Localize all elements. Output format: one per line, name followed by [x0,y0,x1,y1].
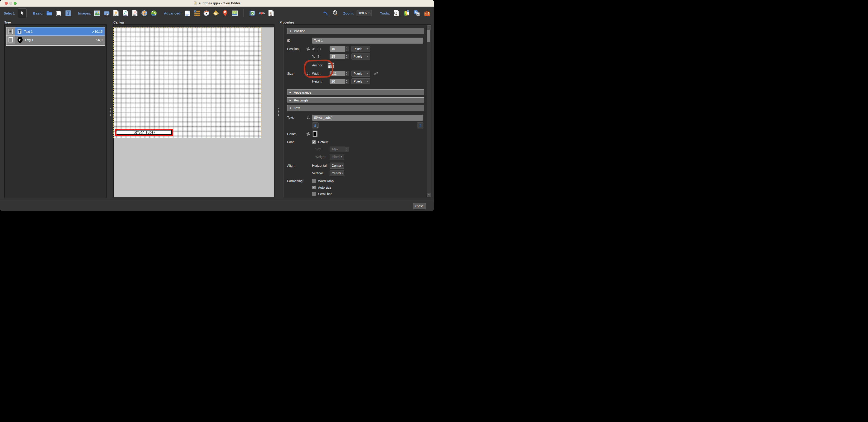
y-input[interactable] [330,54,345,59]
section-expanded-icon: ▼ [289,30,292,32]
js-file-icon: {;}JS [268,10,274,17]
insert-variable-button[interactable]: $ ▾ [312,122,318,128]
chain-link-icon [374,71,378,76]
document-icon [194,1,197,5]
section-header-appearance[interactable]: ▶ Appearance [287,89,424,95]
properties-scrollbar[interactable]: ▲ ▼ [426,25,431,198]
visibility-cell[interactable] [6,36,15,44]
container-tool-button[interactable] [46,10,52,17]
listview-tool-button[interactable] [184,10,191,17]
gauge-tool-button[interactable] [203,10,210,17]
map-tool-button[interactable] [231,10,238,17]
js-tool-button[interactable]: {;}JS [268,10,274,17]
tree-canvas-splitter[interactable] [110,109,111,116]
toolbox-tool-button[interactable] [424,10,430,17]
scrollbar-thumb[interactable] [427,30,430,42]
auto-size-checkbox[interactable]: ✓ [312,186,316,189]
tree-row-svg1[interactable]: ▶ Svg 1 ↖6,9 [6,35,105,44]
y-spinner[interactable]: ▲▼ [345,54,349,59]
swatches-tool-button[interactable] [403,10,409,17]
undo-caret[interactable]: ▾ [329,15,330,17]
section-label: Rectangle [294,98,308,102]
network-tool-button[interactable] [151,10,157,17]
map-pin-tool-button[interactable] [222,10,228,17]
height-unit-select[interactable]: Pixels▼ [351,79,370,84]
translate-caret[interactable]: ▾ [421,15,421,17]
list-view-icon [184,10,191,17]
scroll-up-button[interactable]: ▲ [427,25,431,30]
position-bind-button[interactable] [306,47,312,51]
target-tool-button[interactable] [213,10,219,17]
width-spinner[interactable]: ▲▼ [345,71,349,76]
zoom-tool-button[interactable] [332,10,339,17]
id-label: ID: [287,39,306,42]
grid-tool-button[interactable] [194,10,200,17]
pdf-tool-button[interactable]: PDF [132,10,138,17]
tree-row-text1[interactable]: T Text 1 ↗10,15 [6,27,105,35]
button-tool-button[interactable] [103,10,110,17]
vertical-align-select[interactable]: Center▼ [330,170,344,176]
height-input[interactable] [330,79,345,84]
y-unit-select[interactable]: Pixels▼ [351,54,370,60]
undo-button[interactable]: ▾ [322,10,328,17]
inspect-caret[interactable]: ▾ [400,15,401,17]
gauge-icon [203,10,210,17]
font-size-label: Size: [312,147,330,151]
selected-element-outline[interactable]: $(*var_subs) [115,129,173,136]
pdf-file-icon: PDF [132,10,137,17]
close-button[interactable]: Close [413,203,426,209]
font-default-checkbox[interactable]: ✓ [312,140,316,144]
svg-tool-button[interactable]: SVG [113,10,119,17]
slider-tool-button[interactable] [258,10,265,17]
slider-icon [258,10,265,17]
video-tool-button[interactable] [249,10,255,17]
x-unit-select[interactable]: Pixels▼ [351,46,370,52]
section-header-text[interactable]: ▼ Text [287,105,424,111]
select-tool-button[interactable] [18,8,27,18]
canvas-properties-splitter[interactable] [278,109,279,116]
visibility-checkbox-unchecked[interactable] [8,37,13,42]
visibility-checkbox-checked[interactable] [8,29,13,34]
height-spinner[interactable]: ▲▼ [345,79,349,84]
inspect-tool-button[interactable]: ▾ [393,10,399,17]
rectangle-tool-button[interactable] [56,10,62,17]
width-unit-select[interactable]: Pixels▼ [351,70,370,77]
scroll-down-button[interactable]: ▼ [427,193,431,197]
text-bind-button[interactable] [306,116,312,119]
size-bind-button[interactable] [306,72,312,76]
link-dimensions-button[interactable] [374,71,378,76]
font-default-label: Default [318,140,328,144]
svg-element-thumbnail: ▶ [18,37,23,43]
canvas-backdrop[interactable]: $(*var_subs) [114,27,274,198]
svg-text:A: A [415,10,417,13]
horizontal-align-select[interactable]: Center▼ [330,162,344,169]
undo-icon [322,10,328,16]
text-element[interactable]: $(*var_subs) [117,130,172,135]
font-size-input [330,146,345,152]
x-spinner[interactable]: ▲▼ [345,46,349,52]
word-wrap-checkbox[interactable] [312,179,316,183]
section-header-rectangle[interactable]: ▶ Rectangle [287,97,424,103]
image-tool-button[interactable] [94,10,100,17]
x-label: X: [312,47,330,51]
properties-panel-title: Properties [280,21,294,24]
lottie-tool-button[interactable]: Lottie [122,10,129,17]
translate-tool-button[interactable]: A ▾ [414,10,420,17]
text-value-input[interactable] [312,115,424,121]
text-color-swatch[interactable] [312,130,318,137]
visibility-cell[interactable] [6,27,15,35]
grid-icon [194,10,200,17]
width-input[interactable] [330,71,345,76]
anchor-grid-button[interactable] [327,62,335,69]
globe-tool-button[interactable] [141,10,148,17]
expand-text-editor-button[interactable] [417,122,424,128]
bind-variable-icon [306,116,310,119]
text-tool-button[interactable]: T [65,10,71,17]
zoom-level-select[interactable]: 100% ▼ [356,10,372,16]
x-input[interactable] [330,46,345,52]
skin-grid-area[interactable]: $(*var_subs) [114,27,261,138]
id-input[interactable] [312,38,424,43]
section-header-position[interactable]: ▼ Position [287,28,424,34]
color-bind-button[interactable] [306,132,312,136]
scroll-bar-checkbox[interactable] [312,192,316,196]
